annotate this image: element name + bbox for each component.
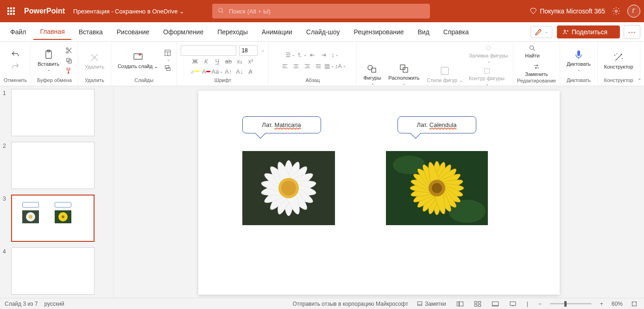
tab-file[interactable]: Файл [4,25,32,39]
columns-button[interactable]: ▥⌄ [325,62,334,70]
share-button[interactable]: Поделиться ⌄ [557,25,620,38]
tab-transitions[interactable]: Переходы [211,25,254,39]
grow-font-button[interactable]: А↑ [224,68,233,76]
zoom-slider[interactable] [550,303,592,304]
decrease-indent-button[interactable]: ⇤ [309,51,317,59]
numbering-button[interactable]: ⒈⌄ [297,51,306,59]
designer-button[interactable]: Конструктор [601,47,636,75]
line-spacing-button[interactable]: ↕⌄ [331,51,339,59]
font-color-button[interactable]: А [202,68,210,76]
normal-view-button[interactable] [455,301,466,307]
svg-point-47 [29,215,32,219]
bold-button[interactable]: Ж [191,57,199,66]
increase-indent-button[interactable]: ⇥ [320,51,328,59]
font-family-select[interactable] [181,45,236,56]
font-size-select[interactable] [239,45,258,56]
new-slide-button[interactable]: Создать слайд ⌄ [115,47,161,75]
underline-button[interactable]: Ч [213,57,221,66]
slide-canvas-area[interactable]: Лат. Matricaria Лат. Calendula [114,86,644,298]
arrange-button[interactable]: Расположить⌄ [385,60,422,88]
pen-mode-button[interactable]: ⌄ [530,26,552,38]
language-indicator[interactable]: русский [44,301,64,307]
paste-button[interactable]: Вставить⌄ [35,47,62,75]
shape-styles-button[interactable]: Стили фигур ⌄ [424,60,466,88]
shape-fill-button[interactable]: Заливка фигуры⌄ [467,44,509,64]
italic-button[interactable]: К [202,57,210,66]
search-input[interactable]: Поиск (Alt + Ы) [212,4,430,19]
notes-button[interactable]: Заметки [415,301,448,307]
subscript-button[interactable]: x₂ [235,57,244,66]
redo-button[interactable] [9,61,21,72]
zoom-out-button[interactable]: − [537,301,543,307]
change-case-button[interactable]: Аа⌄ [213,68,221,76]
slideshow-view-button[interactable] [507,301,518,307]
highlight-button[interactable] [191,68,199,76]
slide-thumbnail-3[interactable] [11,195,95,242]
tab-design[interactable]: Оформление [157,25,210,39]
callout-matricaria[interactable]: Лат. Matricaria [242,116,321,133]
layout-button[interactable]: ⌄ [163,48,173,63]
cut-button[interactable] [64,46,74,55]
image-calendula[interactable] [386,151,488,225]
collapse-ribbon-button[interactable]: ⌃ [638,78,641,83]
dictate-button[interactable]: Диктовать⌄ [564,47,593,75]
slide-thumbnail-panel[interactable]: 1 2 3 4 [0,86,114,298]
bullets-button[interactable]: ☰⌄ [286,51,295,59]
undo-button[interactable] [9,49,21,60]
shapes-button[interactable]: Фигуры⌄ [360,60,384,88]
work-area: 1 2 3 4 Лат. Matricaria Лат. Calendula [0,86,644,298]
superscript-button[interactable]: x² [246,57,255,66]
app-name: PowerPoint [24,7,65,15]
zoom-in-button[interactable]: + [598,301,605,307]
more-options-button[interactable]: ⋯ [624,25,640,39]
tab-help[interactable]: Справка [437,25,475,39]
slide-thumbnail-1[interactable] [11,89,95,136]
sorter-view-button[interactable] [472,301,483,307]
slide-thumbnail-4[interactable] [11,247,95,295]
svg-rect-80 [417,302,422,305]
feedback-link[interactable]: Отправить отзыв в корпорацию Майкрософт [292,301,408,307]
shape-outline-button[interactable]: Контур фигуры⌄ [467,66,506,87]
text-direction-button[interactable]: ↕A⌄ [336,62,345,70]
copy-button[interactable] [64,56,74,65]
tab-animations[interactable]: Анимации [255,25,299,39]
buy-premium-button[interactable]: Покупка Microsoft 365 [530,7,605,15]
align-center-button[interactable] [292,62,300,70]
tab-insert[interactable]: Вставка [72,25,109,39]
slide-thumbnail-2[interactable] [11,142,95,189]
current-slide[interactable]: Лат. Matricaria Лат. Calendula [198,91,560,295]
format-painter-icon [65,67,73,75]
slide-counter[interactable]: Слайд 3 из 7 [5,301,38,307]
tab-draw[interactable]: Рисование [110,25,156,39]
tab-review[interactable]: Рецензирование [347,25,410,39]
reading-view-button[interactable] [490,301,501,307]
sorter-view-icon [474,301,481,307]
callout-calendula[interactable]: Лат. Calendula [398,116,476,133]
strikethrough-button[interactable]: ab [224,57,233,66]
person-share-icon [562,29,569,35]
duplicate-slide-button[interactable] [163,63,173,73]
svg-line-43 [533,49,535,50]
format-painter-button[interactable] [64,66,74,76]
tab-home[interactable]: Главная [33,24,71,40]
magic-wand-icon [613,52,624,63]
shrink-font-button[interactable]: А↓ [235,68,244,76]
align-right-button[interactable] [303,62,311,70]
tab-view[interactable]: Вид [411,25,436,39]
align-left-button[interactable] [281,62,289,70]
user-avatar[interactable]: Г [627,5,640,18]
svg-point-6 [66,48,68,50]
settings-icon[interactable] [612,6,621,16]
tab-slideshow[interactable]: Слайд-шоу [300,25,347,39]
fit-to-window-button[interactable] [629,301,639,307]
image-matricaria[interactable] [242,151,335,225]
zoom-level[interactable]: 60% [612,301,623,307]
justify-button[interactable] [314,62,322,70]
svg-rect-84 [474,301,477,303]
document-title[interactable]: Презентация - Сохранено в OneDrive ⌄ [73,8,184,15]
clear-formatting-button[interactable]: A̷ [246,68,255,76]
find-button[interactable]: Найти [524,44,541,59]
app-launcher-icon[interactable] [4,4,19,19]
delete-button[interactable]: Удалить [82,47,107,75]
replace-button[interactable]: Заменить [524,62,549,78]
